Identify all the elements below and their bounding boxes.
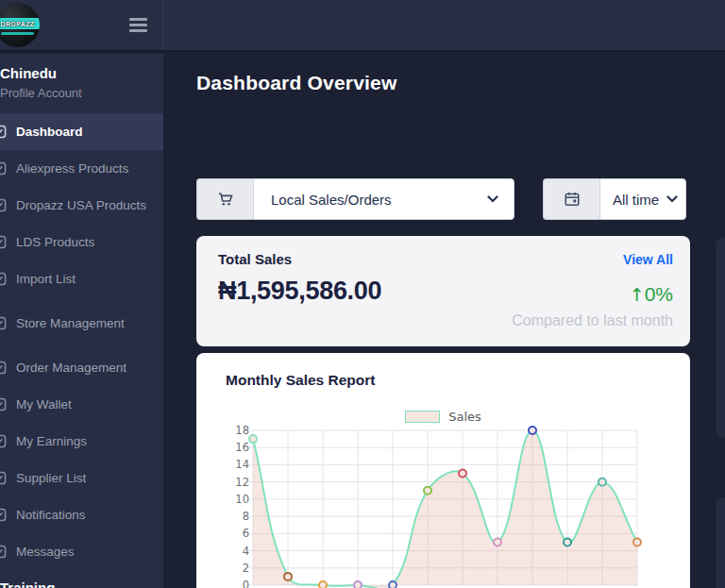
sidebar-item-label: Import List (16, 272, 76, 286)
bell-icon (0, 508, 8, 523)
svg-text:2: 2 (243, 562, 249, 575)
sidebar-nav: DashboardAliexpress ProductsDropazz USA … (0, 113, 163, 570)
orders-icon (0, 361, 8, 376)
sidebar-item-label: Dashboard (16, 125, 83, 139)
sidebar-item-dashboard[interactable]: Dashboard (0, 113, 163, 150)
app-root: DROPAZZ Chinedu Profile Account Dashboar… (0, 0, 725, 588)
compare-text: Compared to last month (218, 312, 673, 329)
sidebar-item-label: Dropazz USA Products (16, 198, 146, 212)
import-icon (0, 272, 8, 287)
sidebar-item-label: My Wallet (16, 397, 72, 412)
monthly-sales-card: Monthly Sales Report Sales 1816141210864… (196, 353, 690, 588)
sidebar-item-order-management[interactable]: Order Management (0, 349, 163, 386)
filter-controls: Local Sales/Orders All time (196, 178, 725, 220)
user-role: Profile Account (0, 86, 163, 100)
hamburger-menu-icon[interactable] (127, 14, 149, 36)
dropazz-logo[interactable]: DROPAZZ (0, 3, 40, 47)
earnings-icon (0, 434, 8, 449)
sidebar-item-aliexpress-products[interactable]: Aliexpress Products (0, 150, 163, 187)
search-icon (0, 161, 8, 176)
store-icon (0, 316, 8, 331)
sidebar-item-label: LDS Products (16, 235, 94, 249)
svg-text:0: 0 (243, 579, 249, 588)
sales-type-group: Local Sales/Orders (196, 178, 514, 220)
supplier-icon (0, 471, 8, 486)
svg-text:4: 4 (243, 545, 249, 558)
sidebar-item-label: Notifications (16, 508, 86, 522)
top-header: DROPAZZ (0, 0, 725, 52)
page-title: Dashboard Overview (196, 72, 397, 94)
monthly-sales-chart: 181614121086420 (227, 419, 661, 588)
svg-text:16: 16 (235, 441, 249, 454)
partial-card-right-top (716, 238, 725, 438)
sidebar-item-store-management[interactable]: Store Management (0, 305, 163, 342)
partial-card-right-bottom (716, 497, 725, 588)
chevron-down-icon (666, 195, 678, 203)
svg-text:14: 14 (235, 458, 249, 471)
time-range-value: All time (613, 192, 661, 208)
sidebar-item-label: Order Management (16, 361, 126, 375)
sidebar-item-label: Supplier List (16, 471, 86, 485)
sidebar: Chinedu Profile Account DashboardAliexpr… (0, 54, 163, 588)
sidebar-item-notifications[interactable]: Notifications (0, 496, 163, 533)
sidebar-item-dropazz-usa-products[interactable]: Dropazz USA Products (0, 187, 163, 224)
sidebar-item-lds-products[interactable]: LDS Products (0, 224, 163, 260)
profile-block[interactable]: Chinedu Profile Account (0, 54, 163, 111)
sidebar-item-label: Store Management (16, 316, 125, 330)
total-sales-card: Total Sales View All ₦1,595,586.00 ↑0% C… (196, 236, 690, 346)
sidebar-item-label: Aliexpress Products (16, 161, 128, 176)
sidebar-item-messages[interactable]: Messages (0, 533, 163, 570)
calendar-icon (543, 178, 599, 220)
chart-title: Monthly Sales Report (226, 372, 690, 389)
sales-type-select[interactable]: Local Sales/Orders (253, 178, 514, 220)
cart-icon (196, 178, 253, 220)
total-sales-title: Total Sales (218, 251, 292, 267)
sales-type-value: Local Sales/Orders (271, 192, 481, 208)
dashboard-icon (0, 125, 8, 140)
svg-text:10: 10 (235, 493, 249, 506)
header-brand-area: DROPAZZ (0, 0, 163, 50)
svg-text:8: 8 (243, 510, 249, 523)
chevron-down-icon (487, 195, 498, 203)
sidebar-item-label: Messages (16, 545, 75, 559)
svg-text:12: 12 (235, 476, 249, 489)
wallet-icon (0, 397, 8, 412)
sidebar-item-import-list[interactable]: Import List (0, 260, 163, 297)
sidebar-section-training: Training (0, 580, 163, 588)
logo-text: DROPAZZ (0, 21, 34, 27)
time-range-group: All time (543, 178, 686, 220)
time-range-select[interactable]: All time (599, 178, 686, 220)
arrow-up-icon: ↑ (630, 284, 645, 305)
logo-ribbon: DROPAZZ (0, 18, 40, 29)
box-icon (0, 198, 8, 213)
sidebar-item-supplier-list[interactable]: Supplier List (0, 460, 163, 496)
sidebar-item-my-wallet[interactable]: My Wallet (0, 386, 163, 423)
envelope-icon (0, 545, 8, 560)
sidebar-item-my-earnings[interactable]: My Earnings (0, 423, 163, 460)
sidebar-item-label: My Earnings (16, 434, 87, 448)
view-all-link[interactable]: View All (623, 252, 673, 267)
change-percent: 0% (645, 283, 673, 305)
user-name: Chinedu (0, 63, 163, 84)
svg-text:6: 6 (243, 527, 249, 540)
logo-underline (1, 32, 34, 35)
tag-icon (0, 235, 8, 250)
svg-text:18: 18 (235, 424, 249, 437)
